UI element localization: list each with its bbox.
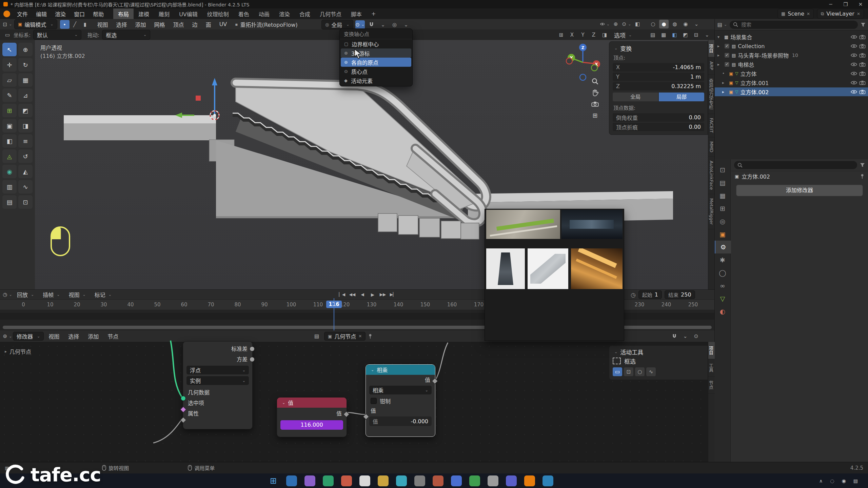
expander-icon[interactable]: ▸: [717, 80, 727, 85]
vertex-x-field[interactable]: X-1.4065 m: [613, 63, 704, 72]
shading-dropdown[interactable]: ⌄: [692, 20, 701, 28]
expander-icon[interactable]: ▾: [717, 35, 722, 39]
menu-add[interactable]: 添加: [131, 20, 150, 28]
menu-item-active-element[interactable]: ◆活动元素: [341, 76, 411, 85]
axis-navigation-gizmo[interactable]: Z Y X: [562, 41, 604, 83]
workspace-layout[interactable]: 布局: [113, 8, 134, 19]
outliner-row-scene-collection[interactable]: ▾▦ 场景集合: [715, 33, 868, 41]
filter-icon[interactable]: [860, 163, 865, 167]
tool-shrink[interactable]: ▥: [2, 180, 17, 194]
hide-icon[interactable]: [851, 62, 857, 67]
expander-icon[interactable]: ▸: [717, 62, 722, 67]
menu-view[interactable]: 视图: [93, 20, 112, 28]
close-button[interactable]: ✕: [853, 0, 868, 9]
reference-photo-dark-interior[interactable]: [561, 210, 623, 239]
camera-view-icon[interactable]: [591, 101, 599, 107]
value-node[interactable]: ⌄值 值 116.000: [277, 397, 347, 437]
render-visibility-icon[interactable]: [859, 71, 866, 76]
tool-add-cube[interactable]: ⊞: [2, 104, 17, 117]
menu-playback[interactable]: 回放⌄: [13, 290, 38, 299]
viewlayer-selector[interactable]: ⧉ ViewLayer ✕: [817, 9, 864, 19]
socket-geometry[interactable]: [181, 396, 186, 401]
hide-icon[interactable]: [851, 89, 857, 94]
menu-item-individual-origins[interactable]: ⊚各自的原点: [341, 58, 411, 67]
menu-file[interactable]: 文件: [13, 10, 32, 18]
tool-polybuild[interactable]: ◬: [2, 149, 17, 163]
prev-frame-icon[interactable]: ◀: [358, 290, 367, 299]
clamp-row[interactable]: 钳制: [366, 396, 435, 406]
ts-icon-4[interactable]: ◩: [680, 30, 690, 39]
data-type-dropdown[interactable]: 浮点⌄: [186, 366, 249, 374]
tool-transform[interactable]: ▦: [18, 73, 33, 87]
play-icon[interactable]: ▶: [368, 290, 377, 299]
expander-icon[interactable]: ▸: [717, 44, 722, 48]
pin-icon[interactable]: [860, 174, 864, 179]
viewlayer-remove-icon[interactable]: ✕: [857, 12, 860, 16]
timeline-editor-icon[interactable]: ◷⌄: [3, 290, 12, 299]
workspace-add-button[interactable]: +: [367, 8, 380, 19]
menu-item-3d-cursor[interactable]: ⊕3D游标: [341, 48, 411, 58]
workspace-geometrynodes[interactable]: 几何节点: [315, 8, 346, 19]
pan-hand-icon[interactable]: [592, 89, 598, 96]
visibility-dropdown[interactable]: ⌄: [600, 20, 610, 28]
menu-select[interactable]: 选择: [112, 20, 131, 28]
mode-dropdown[interactable]: ▣ 编辑模式 ⌄: [14, 19, 57, 29]
taskbar-app-14[interactable]: [524, 475, 535, 486]
render-visibility-icon[interactable]: [859, 35, 866, 39]
prev-keyframe-icon[interactable]: ◀◀: [348, 290, 357, 299]
tool-measure[interactable]: ⊿: [18, 88, 33, 102]
tab-physics-properties[interactable]: ◯: [715, 266, 730, 279]
math-multiply-node[interactable]: ⌄相乘 值 相乘⌄ 钳制 值 值 -0.000: [366, 364, 435, 437]
tab-autolinkface[interactable]: AutoLinkFace: [708, 157, 715, 194]
tab-object-properties[interactable]: ▣: [715, 228, 730, 241]
tab-viewlayer-properties[interactable]: ▦: [715, 189, 730, 202]
transform-orientation-dropdown[interactable]: ◎ 全局 ⌄: [321, 20, 353, 29]
panel-collapse-icon[interactable]: ⌄: [614, 350, 617, 354]
render-visibility-icon[interactable]: [859, 44, 866, 48]
tab-item[interactable]: 项目: [708, 40, 715, 57]
hide-icon[interactable]: [851, 53, 857, 58]
reference-render-escalator-side[interactable]: [528, 248, 568, 289]
workspace-compositing[interactable]: 合成: [295, 8, 315, 19]
menu-help[interactable]: 帮助: [89, 10, 108, 18]
socket-output[interactable]: [250, 357, 255, 362]
taskbar-app-5[interactable]: [359, 475, 370, 486]
xray-toggle-icon[interactable]: ◧: [633, 20, 642, 28]
snap-extra-icon[interactable]: ◨: [600, 30, 609, 39]
start-button[interactable]: ⊞: [268, 475, 279, 486]
coord-dropdown[interactable]: 默认⌄: [33, 30, 81, 40]
jump-to-end-icon[interactable]: ▶▏: [388, 290, 398, 299]
tool-variant-circle[interactable]: ○: [635, 367, 645, 376]
scene-unlink-icon[interactable]: ✕: [807, 12, 810, 16]
tool-rotate[interactable]: ↻: [18, 58, 33, 72]
reference-render-escalator-front[interactable]: [486, 248, 525, 289]
tool-cursor[interactable]: ⊕: [18, 43, 33, 56]
taskbar-app-12[interactable]: [488, 475, 498, 486]
blender-menu-icon[interactable]: [3, 11, 10, 17]
outliner-row-cube-001[interactable]: ▸▣▽ 立方体.001: [715, 78, 868, 87]
value-slider[interactable]: 116.000: [280, 420, 343, 430]
vertex-crease-field[interactable]: 顶点折痕0.00: [613, 123, 704, 131]
node-canvas[interactable]: ▸ 几何节点 标准差 方差 浮点⌄ 实例⌄ 几何数据 选中项 属性: [0, 342, 714, 462]
zoom-icon[interactable]: [592, 78, 598, 85]
taskbar-app-6[interactable]: [378, 475, 389, 486]
attribute-statistic-node[interactable]: 标准差 方差 浮点⌄ 实例⌄ 几何数据 选中项 属性: [183, 341, 253, 429]
taskbar-app-11[interactable]: [469, 475, 480, 486]
menu-uv[interactable]: UV: [215, 21, 231, 27]
tab-arp[interactable]: ARP: [708, 57, 715, 75]
render-visibility-icon[interactable]: [859, 62, 866, 67]
render-visibility-icon[interactable]: [859, 80, 866, 85]
ts-icon-1[interactable]: ▤: [648, 30, 657, 39]
shading-wireframe-icon[interactable]: ○: [648, 20, 658, 28]
ts-icon-2[interactable]: ▦: [659, 30, 668, 39]
outliner-row-escalator-group[interactable]: ▸✓▤ 电梯总: [715, 60, 868, 69]
face-select-icon[interactable]: ▮: [80, 20, 90, 29]
taskbar-app-2[interactable]: [304, 475, 315, 486]
proportional-edit-icon[interactable]: ◎: [390, 20, 399, 29]
outliner-search-input[interactable]: [741, 21, 854, 28]
outliner-row-cube-002[interactable]: ▸▣▽ 立方体.002: [715, 87, 868, 96]
ts-icon-6[interactable]: ⌄: [702, 30, 712, 39]
edge-select-icon[interactable]: ╱: [70, 20, 80, 29]
tab-node-item[interactable]: 项目: [708, 342, 715, 359]
tab-world-properties[interactable]: ◎: [715, 215, 730, 228]
